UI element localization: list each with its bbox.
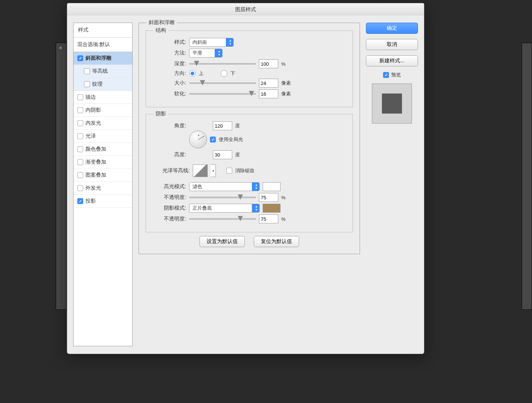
angle-unit: 度 — [235, 122, 240, 129]
preview-swatch — [372, 83, 412, 124]
method-select[interactable]: 平滑 ▲▼ — [189, 49, 223, 58]
ps-right-panel — [522, 43, 532, 310]
gloss-contour-dropdown[interactable]: ▾ — [211, 164, 216, 177]
sidebar-item-label: 纹理 — [92, 81, 103, 88]
sidebar-header[interactable]: 样式 — [74, 23, 132, 37]
ok-button[interactable]: 确定 — [366, 23, 418, 34]
shadow-opacity-label: 不透明度: — [153, 216, 186, 222]
shadow-opacity-slider[interactable] — [189, 218, 256, 220]
global-light-label: 使用全局光 — [219, 136, 243, 143]
depth-unit: % — [281, 61, 286, 67]
cancel-button[interactable]: 取消 — [366, 39, 418, 50]
checkbox-icon[interactable] — [77, 120, 83, 126]
global-light-checkbox[interactable] — [210, 137, 216, 142]
preview-checkbox[interactable] — [383, 72, 389, 78]
checkbox-icon[interactable] — [84, 68, 90, 74]
altitude-label: 高度: — [153, 151, 186, 158]
preview-label: 预览 — [391, 72, 401, 78]
style-select[interactable]: 内斜面 ▲▼ — [189, 38, 234, 47]
dialog-title: 图层样式 — [67, 3, 424, 15]
panel-title: 斜面和浮雕 — [146, 19, 177, 26]
antialias-label: 消除锯齿 — [235, 167, 254, 174]
highlight-opacity-input[interactable] — [259, 193, 278, 202]
shadow-opacity-unit: % — [281, 216, 286, 222]
reset-default-button[interactable]: 复位为默认值 — [254, 236, 299, 247]
direction-up-radio[interactable] — [189, 70, 196, 77]
highlight-opacity-slider[interactable] — [189, 197, 256, 198]
sidebar-item-label: 颜色叠加 — [85, 146, 106, 153]
soften-input[interactable] — [259, 89, 278, 98]
checkbox-icon[interactable] — [77, 185, 83, 191]
antialias-checkbox[interactable] — [226, 168, 232, 174]
size-label: 大小: — [153, 80, 186, 86]
sidebar-item-label: 图案叠加 — [85, 172, 106, 178]
highlight-mode-label: 高光模式: — [153, 183, 186, 190]
sidebar-item-outer-glow[interactable]: 外发光 — [74, 182, 132, 195]
set-default-button[interactable]: 设置为默认值 — [200, 236, 245, 247]
highlight-color-swatch[interactable] — [263, 182, 280, 191]
depth-slider[interactable] — [189, 63, 256, 65]
sidebar-item-label: 内阴影 — [85, 107, 101, 114]
dialog-right-column: 确定 取消 新建样式... 预览 — [366, 23, 418, 346]
angle-label: 角度: — [153, 122, 186, 129]
sidebar-item-texture[interactable]: 纹理 — [74, 78, 132, 91]
bevel-panel: 斜面和浮雕 结构 样式: 内斜面 ▲▼ 方法: — [139, 23, 360, 254]
depth-input[interactable] — [259, 59, 278, 68]
structure-legend: 结构 — [153, 27, 168, 34]
sidebar-blend-options[interactable]: 混合选项:默认 — [74, 37, 132, 52]
sidebar-item-label: 外发光 — [85, 185, 101, 191]
checkbox-icon[interactable] — [77, 146, 83, 152]
checkbox-icon[interactable] — [77, 133, 83, 139]
checkbox-icon[interactable] — [77, 55, 83, 61]
new-style-button[interactable]: 新建样式... — [366, 55, 418, 66]
gloss-contour-label: 光泽等高线: — [153, 167, 190, 174]
shadow-opacity-input[interactable] — [259, 214, 278, 223]
soften-label: 软化: — [153, 91, 186, 97]
direction-label: 方向: — [153, 70, 186, 77]
sidebar-item-stroke[interactable]: 描边 — [74, 91, 132, 104]
checkbox-icon[interactable] — [77, 94, 83, 100]
styles-sidebar: 样式 混合选项:默认 斜面和浮雕 等高线 纹理 描边 — [73, 23, 133, 346]
preview-inner — [382, 94, 402, 114]
size-unit: 像素 — [281, 80, 291, 86]
sidebar-item-label: 渐变叠加 — [85, 159, 106, 166]
sidebar-item-label: 斜面和浮雕 — [85, 55, 111, 62]
size-input[interactable] — [259, 79, 278, 88]
highlight-mode-select[interactable]: 滤色 ▲▼ — [189, 182, 260, 191]
soften-unit: 像素 — [281, 91, 291, 97]
sidebar-item-label: 描边 — [85, 94, 96, 101]
sidebar-item-drop-shadow[interactable]: 投影 — [74, 195, 132, 208]
sidebar-item-gradient-overlay[interactable]: 渐变叠加 — [74, 156, 132, 169]
sidebar-item-label: 等高线 — [92, 68, 108, 75]
angle-dial[interactable] — [189, 131, 207, 148]
method-label: 方法: — [153, 50, 186, 56]
altitude-input[interactable] — [213, 150, 232, 159]
gloss-contour-swatch[interactable] — [193, 164, 208, 177]
soften-slider[interactable] — [189, 93, 256, 95]
checkbox-icon[interactable] — [77, 107, 83, 113]
structure-group: 结构 样式: 内斜面 ▲▼ 方法: 平滑 ▲ — [146, 30, 353, 107]
shadow-legend: 阴影 — [153, 111, 168, 117]
shadow-mode-select[interactable]: 正片叠底 ▲▼ — [189, 204, 260, 213]
shadow-color-swatch[interactable] — [263, 204, 280, 213]
sidebar-item-contour[interactable]: 等高线 — [74, 65, 132, 78]
depth-label: 深度: — [153, 60, 186, 67]
sidebar-item-inner-glow[interactable]: 内发光 — [74, 117, 132, 130]
sidebar-item-pattern-overlay[interactable]: 图案叠加 — [74, 169, 132, 182]
checkbox-icon[interactable] — [77, 172, 83, 178]
angle-input[interactable] — [213, 121, 232, 130]
sidebar-item-color-overlay[interactable]: 颜色叠加 — [74, 143, 132, 156]
style-label: 样式: — [153, 39, 186, 46]
sidebar-item-inner-shadow[interactable]: 内阴影 — [74, 104, 132, 117]
checkbox-icon[interactable] — [77, 198, 83, 204]
sidebar-item-label: 光泽 — [85, 133, 96, 140]
sidebar-item-label: 投影 — [85, 198, 96, 204]
sidebar-item-satin[interactable]: 光泽 — [74, 130, 132, 143]
size-slider[interactable] — [189, 82, 256, 84]
direction-down-label: 下 — [230, 70, 235, 77]
checkbox-icon[interactable] — [77, 159, 83, 165]
checkbox-icon[interactable] — [84, 81, 90, 87]
altitude-unit: 度 — [235, 151, 240, 158]
sidebar-item-bevel[interactable]: 斜面和浮雕 — [74, 52, 132, 65]
direction-down-radio[interactable] — [221, 70, 227, 77]
